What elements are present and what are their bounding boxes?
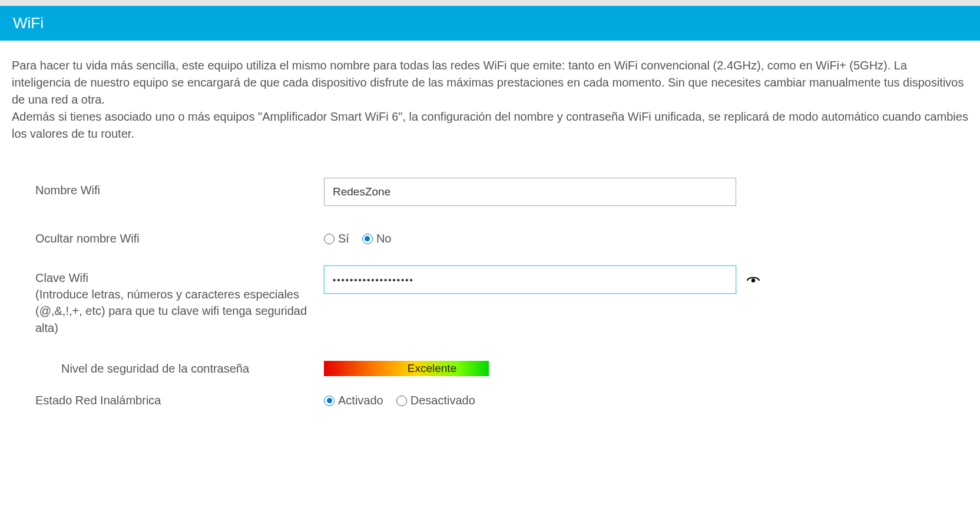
radio-wifi-state-off[interactable]: Desactivado (396, 394, 475, 407)
row-password-strength: Nivel de seguridad de la contraseña Exce… (35, 356, 968, 376)
radio-wifi-state-on[interactable]: Activado (324, 394, 383, 407)
radio-hide-ssid-no[interactable]: No (362, 232, 392, 245)
label-wifi-key: Clave Wifi (Introduce letras, números y … (35, 265, 324, 336)
row-wifi-key: Clave Wifi (Introduce letras, números y … (35, 265, 968, 336)
intro-paragraph-2: Además si tienes asociado uno o más equi… (12, 110, 968, 140)
row-hide-ssid: Ocultar nombre Wifi Sí No (35, 226, 968, 245)
top-strip (0, 0, 980, 6)
input-wifi-key[interactable] (324, 265, 736, 294)
label-hide-ssid: Ocultar nombre Wifi (35, 226, 324, 245)
content: Para hacer tu vida más sencilla, este eq… (0, 41, 980, 451)
page-title: WiFi (13, 14, 44, 32)
radio-label-no: No (376, 232, 392, 245)
svg-point-0 (751, 278, 755, 282)
input-wifi-name[interactable] (324, 178, 736, 206)
intro-text: Para hacer tu vida más sencilla, este eq… (12, 57, 968, 142)
radio-label-off: Desactivado (410, 394, 475, 407)
label-wifi-key-hint: (Introduce letras, números y caracteres … (35, 286, 324, 336)
label-wifi-name: Nombre Wifi (35, 178, 324, 197)
password-strength-bar: Excelente (324, 361, 489, 376)
wifi-form: Nombre Wifi Ocultar nombre Wifi Sí No (12, 178, 968, 407)
radio-circle-icon (324, 396, 335, 406)
radio-hide-ssid-yes[interactable]: Sí (324, 232, 349, 245)
intro-paragraph-1: Para hacer tu vida más sencilla, este eq… (12, 59, 964, 106)
radio-label-on: Activado (338, 394, 383, 407)
radio-circle-icon (362, 234, 373, 244)
row-wifi-state: Estado Red Inalámbrica Activado Desactiv… (35, 388, 968, 407)
row-wifi-name: Nombre Wifi (35, 178, 968, 206)
label-wifi-state: Estado Red Inalámbrica (35, 388, 324, 407)
label-wifi-key-text: Clave Wifi (35, 271, 88, 284)
radio-circle-icon (396, 396, 407, 406)
radio-circle-icon (324, 234, 335, 244)
label-password-strength: Nivel de seguridad de la contraseña (35, 356, 324, 376)
password-strength-value: Excelente (324, 361, 489, 376)
radio-label-yes: Sí (338, 232, 349, 245)
eye-icon[interactable] (746, 273, 761, 288)
page-header: WiFi (0, 6, 980, 41)
